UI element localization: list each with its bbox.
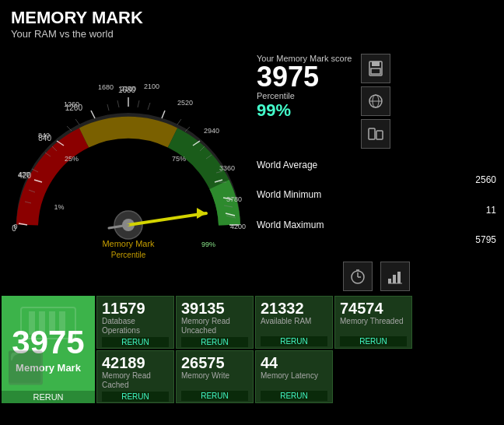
svg-rect-64 [369,128,375,139]
world-average-value-row: 2560 [257,173,496,188]
memory-threaded-value: 74574 [340,300,407,317]
svg-rect-71 [393,275,396,283]
svg-text:99%: 99% [201,241,215,248]
svg-text:0: 0 [13,223,17,230]
memory-icon: ⬛ [6,349,45,386]
memory-latency-value: 44 [261,354,327,371]
compare-icon-button[interactable] [361,119,390,149]
world-average-value: 2560 [475,173,496,188]
svg-text:2100: 2100 [121,85,136,93]
world-maximum-row: World Maximum [257,218,496,233]
svg-text:1260: 1260 [64,100,79,108]
memory-write-tile: 26575 Memory Write RERUN [176,350,254,403]
svg-text:2100: 2100 [144,83,159,90]
world-minimum-value: 11 [486,203,496,218]
memory-write-label: Memory Write [181,371,248,389]
memory-threaded-tile: 74574 Memory Threaded RERUN [334,296,412,349]
save-icon-button[interactable] [361,54,390,83]
percentile-value: 99% [257,100,352,121]
memory-read-uncached-value: 39135 [181,300,248,317]
svg-text:1%: 1% [54,203,64,211]
svg-line-21 [148,103,150,110]
svg-text:Percentile: Percentile [111,251,146,259]
svg-rect-78 [59,311,65,335]
svg-text:1680: 1680 [98,83,114,91]
page-title: MEMORY MARK [11,8,493,28]
available-ram-label: Available RAM [261,317,327,335]
score-panel: Your Memory Mark score 3975 Percentile 9… [257,46,496,293]
database-operations-tile: 11579 Database Operations RERUN [96,296,174,349]
svg-line-5 [162,111,165,118]
world-maximum-label: World Maximum [257,218,324,233]
bottom-icons [257,258,496,293]
world-maximum-value-row: 5795 [257,233,496,248]
world-minimum-label: World Minimum [257,188,321,202]
svg-line-17 [75,119,79,125]
database-operations-label: Database Operations [102,317,169,335]
memory-write-value: 26575 [181,354,248,371]
memory-read-cached-tile: 42189 Memory Read Cached RERUN [96,350,174,403]
memory-threaded-label: Memory Threaded [340,317,407,335]
memory-read-uncached-label: Memory Read Uncached [181,317,248,335]
svg-line-3 [91,111,95,118]
memory-latency-label: Memory Latency [261,371,327,389]
svg-rect-60 [371,68,380,74]
available-ram-value: 21332 [261,300,327,317]
svg-text:420: 420 [18,170,30,178]
svg-text:3360: 3360 [219,164,235,172]
memory-latency-tile: 44 Memory Latency RERUN [255,350,333,403]
svg-rect-76 [39,311,45,335]
memory-threaded-rerun[interactable]: RERUN [340,336,407,346]
memory-latency-rerun[interactable]: RERUN [261,391,327,401]
available-ram-tile: 21332 Available RAM RERUN [255,296,333,349]
globe-icon-button[interactable] [361,86,390,116]
memory-read-cached-rerun[interactable]: RERUN [102,392,169,402]
database-operations-rerun[interactable]: RERUN [102,337,169,347]
header: MEMORY MARK Your RAM vs the world [0,0,504,43]
world-average-row: World Average [257,158,496,173]
svg-line-22 [177,119,181,125]
svg-rect-65 [376,131,383,139]
svg-rect-75 [29,311,35,335]
tiles-grid: ⬛ 3975 Memory Mark RERUN 11579 Database … [0,296,504,405]
svg-text:2940: 2940 [204,127,219,135]
svg-text:75%: 75% [172,155,186,163]
world-minimum-row: World Minimum [257,188,496,202]
stats-block: World Average 2560 World Minimum 11 Worl… [257,158,496,248]
svg-text:3780: 3780 [226,195,242,203]
chart-icon-button[interactable] [380,262,410,291]
gauge-svg: 0 420 840 1260 1680 2100 0 420 840 1260 … [8,46,249,264]
world-maximum-value: 5795 [475,233,496,248]
svg-line-18 [107,104,109,111]
available-ram-rerun[interactable]: RERUN [261,336,327,346]
svg-line-19 [117,100,119,107]
world-average-label: World Average [257,158,317,173]
svg-text:25%: 25% [65,155,79,163]
page-subtitle: Your RAM vs the world [11,28,493,40]
world-minimum-value-row: 11 [257,203,496,218]
svg-rect-72 [397,272,401,283]
svg-rect-77 [49,311,55,335]
memory-read-cached-value: 42189 [102,354,169,371]
score-value: 3975 [257,63,352,91]
svg-line-20 [138,100,139,107]
timer-icon-button[interactable] [343,262,373,291]
main-tile: ⬛ 3975 Memory Mark RERUN [2,296,95,403]
memory-read-uncached-tile: 39135 Memory Read Uncached RERUN [176,296,254,349]
svg-rect-59 [372,61,380,66]
main-content: 0 420 840 1260 1680 2100 0 420 840 1260 … [0,43,504,296]
gauge-container: 0 420 840 1260 1680 2100 0 420 840 1260 … [8,46,249,264]
svg-text:4200: 4200 [230,223,246,230]
memory-read-cached-label: Memory Read Cached [102,371,169,390]
database-operations-value: 11579 [102,300,169,317]
svg-marker-55 [197,208,206,219]
svg-text:Memory Mark: Memory Mark [102,239,155,248]
svg-rect-70 [388,279,391,283]
memory-write-rerun[interactable]: RERUN [181,391,248,401]
svg-text:840: 840 [38,132,50,139]
main-tile-rerun[interactable]: RERUN [2,391,95,403]
memory-read-uncached-rerun[interactable]: RERUN [181,337,248,347]
svg-text:2520: 2520 [177,99,193,107]
